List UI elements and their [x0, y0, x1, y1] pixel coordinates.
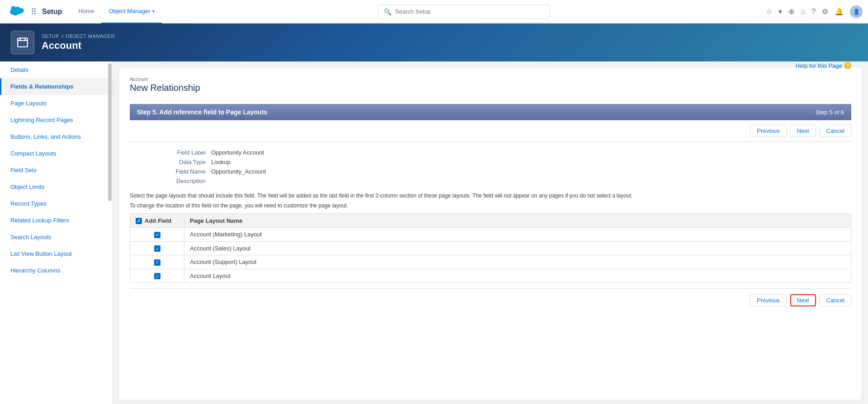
- data-type-value: Lookup: [211, 159, 231, 165]
- page-title: New Relationship: [130, 83, 200, 93]
- page-header-row: Account New Relationship Help for this P…: [130, 76, 851, 100]
- sidebar: Details Fields & Relationships Page Layo…: [0, 61, 113, 404]
- instruction-line2: To change the location of this field on …: [130, 202, 851, 210]
- nav-tab-object-manager[interactable]: Object Manager ▾: [101, 0, 162, 23]
- page-layout-name-header: Page Layout Name: [184, 214, 851, 228]
- scroll-indicator: [108, 63, 112, 201]
- table-row: Account (Support) Layout: [130, 255, 851, 269]
- instruction-line1: Select the page layouts that should incl…: [130, 192, 851, 200]
- gear-icon[interactable]: ⚙: [822, 7, 828, 16]
- sidebar-item-related-lookup-filters[interactable]: Related Lookup Filters: [0, 212, 113, 229]
- app-title: Setup: [42, 8, 62, 16]
- add-field-header: Add Field: [130, 214, 184, 228]
- app-grid-icon[interactable]: ⠿: [31, 7, 37, 17]
- help-link[interactable]: Help for this Page ?: [796, 62, 851, 69]
- field-label-label: Field Label: [166, 149, 211, 156]
- field-info-row-datatype: Data Type Lookup: [166, 159, 815, 165]
- description-label: Description: [166, 178, 211, 184]
- sidebar-item-field-sets[interactable]: Field Sets: [0, 162, 113, 179]
- avatar-icon[interactable]: 👤: [850, 5, 863, 18]
- add-icon[interactable]: ⊕: [788, 7, 794, 16]
- nav-tab-home[interactable]: Home: [71, 0, 101, 23]
- page-header-small: Account: [130, 76, 200, 82]
- sidebar-item-fields-relationships[interactable]: Fields & Relationships: [0, 78, 113, 95]
- select-all-checkbox[interactable]: [136, 218, 142, 224]
- chevron-down-icon: ▾: [152, 9, 155, 14]
- bottom-button-bar: Previous Next Cancel: [130, 288, 851, 308]
- search-box: 🔍: [378, 5, 550, 19]
- step-title: Step 5. Add reference field to Page Layo…: [137, 108, 267, 116]
- cancel-button-top[interactable]: Cancel: [820, 125, 851, 137]
- row2-checkbox-cell: [130, 241, 184, 255]
- sidebar-item-details[interactable]: Details: [0, 61, 113, 78]
- favorites-dropdown-icon[interactable]: ▾: [778, 7, 782, 16]
- help-icon[interactable]: ?: [811, 8, 816, 16]
- sidebar-item-object-limits[interactable]: Object Limits: [0, 179, 113, 195]
- table-row: Account Layout: [130, 269, 851, 283]
- row3-checkbox-cell: [130, 255, 184, 269]
- row4-checkbox[interactable]: [154, 273, 160, 279]
- header-text: SETUP > OBJECT MANAGER Account: [42, 33, 115, 52]
- row4-layout-name: Account Layout: [184, 269, 851, 283]
- table-row: Account (Marketing) Layout: [130, 228, 851, 242]
- row1-layout-name: Account (Marketing) Layout: [184, 228, 851, 242]
- field-info-row-label: Field Label Opportunity Account: [166, 149, 815, 156]
- field-label-value: Opportunity Account: [211, 149, 264, 156]
- field-name-value: Opportunity_Account: [211, 168, 266, 175]
- bell-icon[interactable]: 🔔: [835, 7, 844, 16]
- search-icon: 🔍: [384, 8, 392, 15]
- help-question-icon: ?: [844, 62, 851, 69]
- top-nav-actions: ☆ ▾ ⊕ ⌂ ? ⚙ 🔔 👤: [766, 5, 863, 18]
- previous-button-bottom[interactable]: Previous: [750, 294, 787, 306]
- search-container: 🔍: [162, 5, 766, 19]
- top-navigation: ⠿ Setup Home Object Manager ▾ 🔍 ☆ ▾ ⊕ ⌂ …: [0, 0, 868, 23]
- sidebar-item-compact-layouts[interactable]: Compact Layouts: [0, 145, 113, 162]
- field-info-row-description: Description: [166, 178, 815, 184]
- next-button-top[interactable]: Next: [790, 125, 816, 137]
- breadcrumb: SETUP > OBJECT MANAGER: [42, 33, 115, 39]
- svg-rect-0: [18, 38, 28, 47]
- setup-icon[interactable]: ⌂: [801, 8, 805, 16]
- search-input[interactable]: [395, 8, 544, 15]
- favorites-icon[interactable]: ☆: [766, 7, 772, 16]
- instructions: Select the page layouts that should incl…: [130, 192, 851, 210]
- sidebar-item-lightning-record-pages[interactable]: Lightning Record Pages: [0, 112, 113, 128]
- breadcrumb-object-manager-link[interactable]: OBJECT MANAGER: [66, 33, 115, 39]
- content-area: Account New Relationship Help for this P…: [118, 67, 863, 400]
- field-name-label: Field Name: [166, 168, 211, 175]
- add-field-header-checkbox-row: Add Field: [136, 217, 171, 224]
- header-title: Account: [42, 40, 115, 52]
- cancel-button-bottom[interactable]: Cancel: [820, 294, 851, 306]
- layouts-table: Add Field Page Layout Name Account (Mark…: [130, 213, 851, 283]
- sidebar-item-buttons-links-actions[interactable]: Buttons, Links, and Actions: [0, 128, 113, 145]
- field-info-table: Field Label Opportunity Account Data Typ…: [166, 149, 815, 184]
- row2-layout-name: Account (Sales) Layout: [184, 241, 851, 255]
- row4-checkbox-cell: [130, 269, 184, 283]
- data-type-label: Data Type: [166, 159, 211, 165]
- row1-checkbox[interactable]: [154, 232, 160, 238]
- next-button-bottom[interactable]: Next: [790, 294, 816, 306]
- object-icon: [11, 31, 34, 54]
- nav-tabs: Home Object Manager ▾: [71, 0, 161, 23]
- table-row: Account (Sales) Layout: [130, 241, 851, 255]
- main-layout: Details Fields & Relationships Page Layo…: [0, 61, 868, 404]
- row2-checkbox[interactable]: [154, 245, 160, 252]
- sidebar-item-search-layouts[interactable]: Search Layouts: [0, 229, 113, 245]
- previous-button-top[interactable]: Previous: [750, 125, 787, 137]
- page-header-left: Account New Relationship: [130, 76, 200, 100]
- sidebar-item-hierarchy-columns[interactable]: Hierarchy Columns: [0, 262, 113, 279]
- row3-checkbox[interactable]: [154, 259, 160, 266]
- header-banner: SETUP > OBJECT MANAGER Account: [0, 23, 868, 61]
- salesforce-logo[interactable]: [5, 4, 27, 20]
- step-number: Step 5 of 6: [816, 109, 844, 116]
- sidebar-item-record-types[interactable]: Record Types: [0, 195, 113, 212]
- top-button-bar: Previous Next Cancel: [130, 120, 851, 142]
- field-info-row-fieldname: Field Name Opportunity_Account: [166, 168, 815, 175]
- sidebar-item-list-view-button-layout[interactable]: List View Button Layout: [0, 245, 113, 262]
- step-header: Step 5. Add reference field to Page Layo…: [130, 104, 851, 120]
- row3-layout-name: Account (Support) Layout: [184, 255, 851, 269]
- sidebar-item-page-layouts[interactable]: Page Layouts: [0, 95, 113, 112]
- row1-checkbox-cell: [130, 228, 184, 242]
